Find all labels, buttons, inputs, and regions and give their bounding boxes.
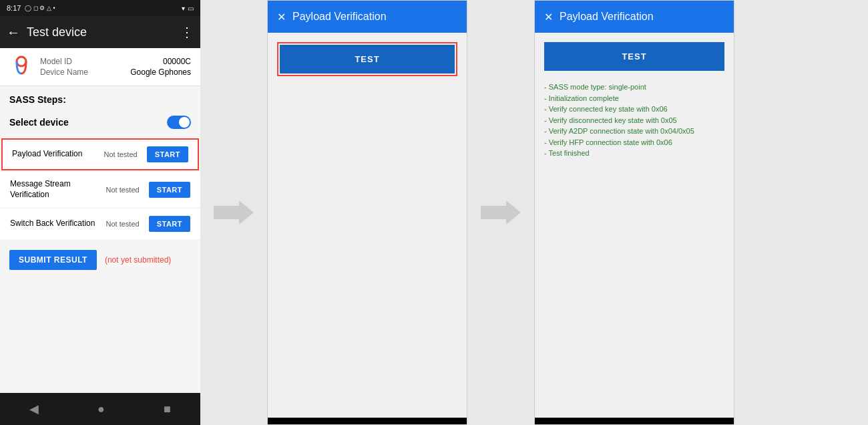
wifi-icon: ▾ <box>182 5 185 12</box>
dialog-title-1: Payload Verification <box>292 11 387 23</box>
test-button-1[interactable]: TEST <box>280 45 455 74</box>
device-name-value: Google Gphones <box>130 67 191 77</box>
nav-back-button[interactable]: ◀ <box>29 402 39 416</box>
device-logo-icon <box>9 55 33 79</box>
dialog-title-bar-2: ✕ Payload Verification <box>535 1 734 33</box>
step-start-button-2[interactable]: START <box>149 216 190 232</box>
steps-section: SASS Steps: Select device Payload Verifi… <box>0 86 200 393</box>
steps-header: SASS Steps: <box>0 86 200 110</box>
submit-row: SUBMIT RESULT (not yet submitted) <box>0 241 200 279</box>
more-menu-button[interactable]: ⋮ <box>180 24 194 40</box>
status-time: 8:17 <box>7 4 21 12</box>
select-device-toggle[interactable] <box>167 116 191 129</box>
step-item-0: Payload Verification Not tested START <box>1 138 199 170</box>
device-name-row: Device Name Google Gphones <box>40 67 191 77</box>
model-id-label: Model ID <box>40 57 72 66</box>
device-details: Model ID 00000C Device Name Google Gphon… <box>40 57 191 77</box>
result-line-1: - Initialization complete <box>544 93 724 104</box>
result-line-0: - SASS mode type: single-point <box>544 82 724 93</box>
select-device-label: Select device <box>9 117 69 128</box>
model-id-row: Model ID 00000C <box>40 57 191 66</box>
dialog-panel-1: ✕ Payload Verification TEST <box>267 0 467 425</box>
status-icons-left: ◯ ◻ ⚙ △ • <box>25 5 55 11</box>
step-item-2: Switch Back Verification Not tested STAR… <box>0 208 200 239</box>
step-start-button-1[interactable]: START <box>149 182 190 198</box>
arrow-right-icon-2 <box>481 200 521 225</box>
dialog-body-results: TEST - SASS mode type: single-point- Ini… <box>535 33 734 418</box>
status-bar-right: ▾ ▭ <box>182 5 194 12</box>
results-list: - SASS mode type: single-point- Initiali… <box>544 82 724 159</box>
dialog-bottom-bar-2 <box>535 418 734 424</box>
submit-status: (not yet submitted) <box>105 255 171 265</box>
app-bar: ← Test device ⋮ <box>0 16 200 48</box>
device-name-label: Device Name <box>40 67 88 77</box>
dialog-title-bar-1: ✕ Payload Verification <box>268 1 467 33</box>
step-name-0: Payload Verification <box>12 149 99 160</box>
svg-marker-2 <box>481 200 521 225</box>
dialog-body-1: TEST <box>268 33 467 418</box>
dialog-title-2: Payload Verification <box>560 11 654 23</box>
test-button-2[interactable]: TEST <box>544 42 724 71</box>
dialog-close-button-1[interactable]: ✕ <box>277 11 286 23</box>
arrow-right-icon-1 <box>214 200 254 225</box>
step-start-button-0[interactable]: START <box>147 146 188 162</box>
nav-home-button[interactable]: ● <box>97 402 105 416</box>
step-name-2: Switch Back Verification <box>10 219 101 229</box>
svg-marker-1 <box>214 200 254 225</box>
nav-recent-button[interactable]: ■ <box>164 402 171 416</box>
device-info-section: Model ID 00000C Device Name Google Gphon… <box>0 48 200 86</box>
status-bar-left: 8:17 ◯ ◻ ⚙ △ • <box>7 4 55 12</box>
result-line-6: - Test finished <box>544 148 724 159</box>
test-btn-container-1: TEST <box>277 42 457 76</box>
step-item-1: Message Stream Verification Not tested S… <box>0 172 200 207</box>
battery-icon: ▭ <box>188 5 194 12</box>
step-status-2: Not tested <box>106 220 140 228</box>
step-name-1: Message Stream Verification <box>10 179 101 200</box>
submit-result-button[interactable]: SUBMIT RESULT <box>9 250 97 270</box>
step-status-1: Not tested <box>106 186 140 194</box>
back-button[interactable]: ← <box>7 25 20 40</box>
select-device-row: Select device <box>0 110 200 134</box>
result-line-2: - Verify connected key state with 0x06 <box>544 104 724 115</box>
dialog-bottom-bar-1 <box>268 418 467 424</box>
dialog-close-button-2[interactable]: ✕ <box>544 11 553 23</box>
arrow-1 <box>200 0 267 425</box>
nav-bar: ◀ ● ■ <box>0 393 200 425</box>
svg-point-0 <box>17 57 26 66</box>
steps-list: Payload Verification Not tested START Me… <box>0 138 200 241</box>
step-status-0: Not tested <box>104 150 138 158</box>
app-title: Test device <box>27 25 174 39</box>
arrow-2 <box>467 0 534 425</box>
result-line-4: - Verify A2DP connection state with 0x04… <box>544 126 724 137</box>
status-bar: 8:17 ◯ ◻ ⚙ △ • ▾ ▭ <box>0 0 200 16</box>
result-line-3: - Verify disconnected key state with 0x0… <box>544 115 724 126</box>
model-id-value: 00000C <box>163 57 191 66</box>
phone-panel: 8:17 ◯ ◻ ⚙ △ • ▾ ▭ ← Test device ⋮ Model… <box>0 0 200 425</box>
result-line-5: - Verify HFP connection state with 0x06 <box>544 137 724 148</box>
dialog-panel-2: ✕ Payload Verification TEST - SASS mode … <box>534 0 734 425</box>
